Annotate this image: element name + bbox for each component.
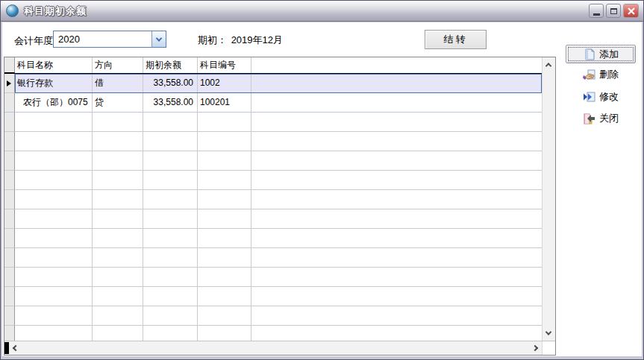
minimize-button[interactable] [589, 4, 604, 18]
cell-direction[interactable] [93, 209, 143, 229]
fiscal-year-dropdown-button[interactable] [151, 31, 166, 47]
cell-direction[interactable] [93, 171, 143, 190]
grid-empty-row[interactable] [4, 209, 542, 229]
cell-filler[interactable] [251, 248, 542, 268]
row-selector-cell[interactable] [4, 132, 15, 151]
grid-empty-row[interactable] [4, 190, 542, 209]
column-header-name[interactable]: 科目名称 [15, 57, 93, 73]
delete-button[interactable]: 删除 [566, 66, 636, 83]
cell-code[interactable] [198, 113, 251, 132]
row-selector-cell[interactable] [4, 74, 15, 93]
cell-code[interactable] [198, 326, 251, 341]
grid-empty-row[interactable] [4, 306, 542, 326]
cell-balance[interactable]: 33,558.00 [143, 93, 198, 113]
cell-code[interactable] [198, 306, 251, 326]
cell-direction[interactable] [93, 326, 143, 341]
cell-balance[interactable] [143, 287, 198, 306]
scroll-left-icon[interactable] [13, 345, 19, 351]
cell-filler[interactable] [251, 268, 542, 287]
cell-filler[interactable] [251, 74, 542, 93]
cell-code[interactable] [198, 248, 251, 268]
cell-direction[interactable] [93, 190, 143, 209]
carry-over-button[interactable]: 结转 [425, 30, 487, 49]
row-selector-cell[interactable] [4, 209, 15, 229]
cell-code[interactable] [198, 171, 251, 190]
row-selector-cell[interactable] [4, 326, 15, 341]
cell-direction[interactable] [93, 287, 143, 306]
cell-balance[interactable] [143, 326, 198, 341]
row-selector-cell[interactable] [4, 190, 15, 209]
close-button[interactable] [623, 4, 639, 18]
cell-code[interactable]: 100201 [198, 93, 251, 113]
grid-empty-row[interactable] [4, 287, 542, 306]
grid-row-bank-deposit[interactable]: 银行存款 借 33,558.00 1002 [4, 74, 542, 93]
grid-empty-row[interactable] [4, 113, 542, 132]
row-selector-cell[interactable] [4, 93, 15, 113]
cell-filler[interactable] [251, 287, 542, 306]
cell-name[interactable] [15, 306, 93, 326]
cell-balance[interactable] [143, 132, 198, 151]
cell-balance[interactable] [143, 171, 198, 190]
grid-empty-row[interactable] [4, 229, 542, 248]
cell-filler[interactable] [251, 113, 542, 132]
cell-balance[interactable] [143, 306, 198, 326]
vertical-scrollbar[interactable] [542, 57, 555, 341]
grid-empty-row[interactable] [4, 171, 542, 190]
row-selector-cell[interactable] [4, 113, 15, 132]
row-selector-cell[interactable] [4, 171, 15, 190]
cell-balance[interactable] [143, 151, 198, 171]
horizontal-scrollbar[interactable] [4, 341, 542, 355]
grid-empty-row[interactable] [4, 151, 542, 171]
cell-filler[interactable] [251, 93, 542, 113]
cell-direction[interactable] [93, 268, 143, 287]
cell-filler[interactable] [251, 306, 542, 326]
cell-direction[interactable]: 借 [93, 74, 143, 93]
row-selector-cell[interactable] [4, 151, 15, 171]
grid-empty-row[interactable] [4, 326, 542, 341]
modify-button[interactable]: 修改 [566, 88, 636, 106]
row-selector-cell[interactable] [4, 229, 15, 248]
cell-code[interactable] [198, 287, 251, 306]
cell-balance[interactable] [143, 209, 198, 229]
cell-balance[interactable] [143, 248, 198, 268]
scroll-up-icon[interactable] [545, 63, 551, 69]
cell-filler[interactable] [251, 209, 542, 229]
cell-balance[interactable] [143, 190, 198, 209]
cell-code[interactable] [198, 190, 251, 209]
cell-name[interactable]: 银行存款 [15, 74, 93, 93]
cell-name[interactable] [15, 326, 93, 341]
row-selector-cell[interactable] [4, 268, 15, 287]
add-button[interactable]: 添加 [566, 45, 636, 63]
cell-name[interactable] [15, 268, 93, 287]
scroll-down-icon[interactable] [545, 329, 551, 335]
scroll-right-icon[interactable] [532, 345, 538, 351]
cell-name[interactable] [15, 287, 93, 306]
cell-direction[interactable] [93, 306, 143, 326]
row-selector-cell[interactable] [4, 287, 15, 306]
cell-name[interactable] [15, 132, 93, 151]
cell-name[interactable] [15, 229, 93, 248]
cell-direction[interactable] [93, 248, 143, 268]
cell-name[interactable] [15, 113, 93, 132]
cell-name[interactable]: 农行（邵）0075 [15, 93, 93, 113]
column-header-balance[interactable]: 期初余额 [143, 57, 198, 73]
cell-direction[interactable] [93, 229, 143, 248]
row-selector-cell[interactable] [4, 248, 15, 268]
cell-balance[interactable]: 33,558.00 [143, 74, 198, 93]
horizontal-scroll-thumb[interactable] [4, 342, 9, 354]
fiscal-year-combobox[interactable]: 2020 [53, 31, 166, 48]
column-header-code[interactable]: 科目编号 [198, 57, 251, 73]
titlebar[interactable]: 科目期初余额 [1, 1, 643, 22]
close-form-button[interactable]: 关闭 [566, 110, 636, 127]
column-header-direction[interactable]: 方向 [93, 57, 143, 73]
cell-balance[interactable] [143, 268, 198, 287]
cell-filler[interactable] [251, 190, 542, 209]
cell-code[interactable] [198, 209, 251, 229]
cell-direction[interactable] [93, 132, 143, 151]
grid-row-sub-account[interactable]: 农行（邵）0075 贷 33,558.00 100201 [4, 93, 542, 113]
cell-code[interactable] [198, 229, 251, 248]
cell-filler[interactable] [251, 326, 542, 341]
grid-empty-row[interactable] [4, 268, 542, 287]
row-selector-cell[interactable] [4, 306, 15, 326]
grid-empty-row[interactable] [4, 248, 542, 268]
